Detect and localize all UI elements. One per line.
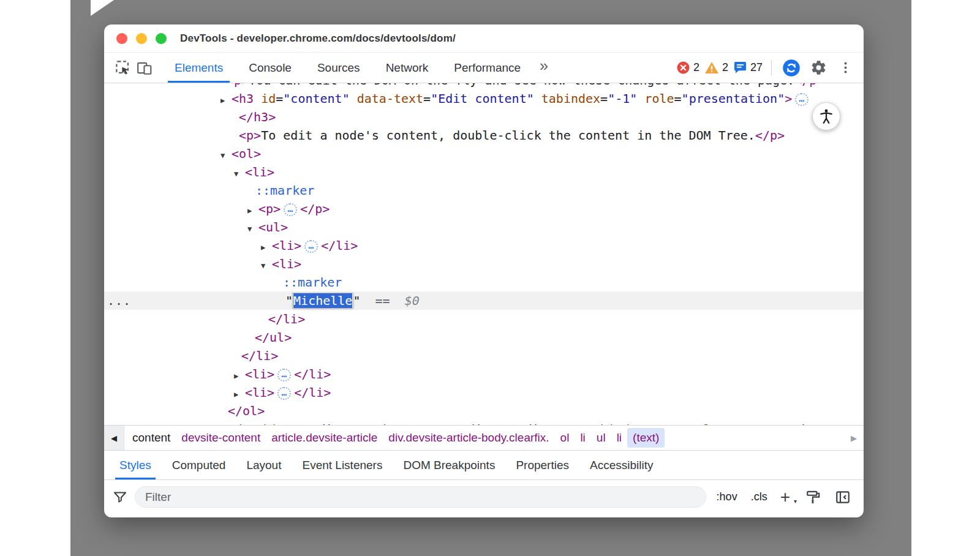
dom-token: id	[261, 91, 276, 106]
panel-tab-elements[interactable]: Elements	[162, 53, 236, 83]
disclosure-down-icon[interactable]: ▼	[234, 165, 245, 183]
warnings-badge[interactable]: 2	[704, 61, 728, 75]
inline-expand-icon[interactable]: …	[795, 93, 809, 106]
inspect-element-button[interactable]	[111, 57, 134, 79]
inline-expand-icon[interactable]: …	[284, 203, 297, 216]
dom-tree-node[interactable]: ::marker	[104, 181, 864, 200]
errors-badge[interactable]: 2	[676, 61, 699, 75]
dom-tree-node[interactable]: ▶<li>…</li>	[104, 365, 864, 383]
dom-token: </ul>	[255, 330, 292, 345]
dom-token: id	[261, 422, 276, 425]
dom-token: =	[718, 422, 726, 425]
issues-badge[interactable]: 27	[733, 61, 763, 75]
dom-token: "	[353, 293, 360, 308]
dom-token: data-text	[379, 422, 445, 425]
toggle-element-state-button[interactable]: :hov	[714, 490, 741, 503]
dom-tree-node[interactable]: </ol>	[104, 402, 864, 420]
menu-button[interactable]	[834, 57, 856, 79]
dom-tree-node[interactable]: </ul>	[104, 328, 864, 347]
warning-icon	[704, 61, 719, 75]
disclosure-right-icon[interactable]: ▶	[247, 201, 258, 220]
dom-tree-node[interactable]: ▼<li>	[104, 255, 864, 273]
dom-tree-node[interactable]: p>You can edit the DOM on the fly and se…	[104, 83, 864, 89]
dom-token: =	[600, 91, 608, 106]
panel-tab-network[interactable]: Network	[373, 53, 442, 83]
toolbar-right-cluster: 2 2 27	[676, 57, 864, 79]
disclosure-right-icon[interactable]: ▶	[234, 385, 245, 404]
inline-expand-icon[interactable]: …	[304, 240, 318, 253]
tab-computed[interactable]: Computed	[162, 451, 236, 479]
dom-token: $0	[405, 293, 420, 308]
disclosure-right-icon[interactable]: ▶	[221, 422, 232, 425]
dom-token[interactable]: Michelle	[293, 293, 352, 308]
disclosure-right-icon[interactable]: ▶	[261, 238, 272, 257]
panel-tab-sources[interactable]: Sources	[304, 53, 373, 83]
dom-tree-node[interactable]: ▶<li>…</li>	[104, 236, 864, 255]
dom-tree-node[interactable]: <p>To edit a node's content, double-clic…	[104, 126, 864, 145]
toggle-sidebar-button[interactable]	[832, 486, 854, 508]
filter-input[interactable]	[135, 486, 706, 508]
dom-tree-node[interactable]: ▼<li>	[104, 163, 864, 181]
breadcrumb-item[interactable]: li	[611, 428, 627, 448]
dom-token: "presentation"	[726, 422, 829, 425]
dom-tree-node[interactable]: ▶<h3 id="attributes" data-text="Edit att…	[104, 420, 864, 425]
dom-token: </li>	[321, 238, 358, 253]
disclosure-down-icon[interactable]: ▼	[247, 220, 258, 238]
tab-accessibility[interactable]: Accessibility	[579, 451, 663, 479]
breadcrumb-item[interactable]: li	[575, 428, 590, 448]
accessibility-overlay-button[interactable]	[812, 102, 840, 130]
disclosure-right-icon[interactable]: ▶	[234, 367, 245, 385]
dom-token	[254, 91, 261, 106]
dom-tree-node[interactable]: ▼<ul>	[104, 218, 864, 236]
tab-event-listeners[interactable]: Event Listeners	[292, 451, 393, 479]
dom-tree-node[interactable]: ::marker	[104, 273, 864, 291]
device-toolbar-button[interactable]	[134, 57, 156, 79]
breadcrumb-item[interactable]: (text)	[627, 428, 665, 448]
breadcrumb-item[interactable]: div.devsite-article-body.clearfix.	[383, 428, 554, 448]
minimize-window-button[interactable]	[136, 33, 147, 44]
rendering-emulations-button[interactable]	[802, 486, 824, 508]
filter-funnel-icon	[113, 490, 127, 505]
row-overflow-ellipsis[interactable]: ...	[107, 291, 131, 310]
inline-edit-box[interactable]: Michelle	[293, 293, 353, 308]
dom-tree-node[interactable]: </h3>	[104, 108, 864, 126]
dom-tree-node[interactable]: ..."Michelle" == $0	[104, 291, 864, 310]
dom-tree-node[interactable]: ▶<p>…</p>	[104, 200, 864, 218]
dom-tree-node[interactable]: ▶<li>…</li>	[104, 383, 864, 402]
disclosure-down-icon[interactable]: ▼	[221, 146, 232, 165]
breadcrumb-item[interactable]: article.devsite-article	[266, 428, 383, 448]
dom-token: =	[423, 91, 431, 106]
new-style-rule-button[interactable]: +	[778, 489, 795, 506]
dom-token: =	[276, 422, 283, 425]
breadcrumb-forward-button[interactable]: ▶	[844, 426, 864, 450]
dom-token: </p>	[300, 201, 330, 216]
dom-tree-node[interactable]: </li>	[104, 347, 864, 365]
close-window-button[interactable]	[116, 33, 127, 44]
styles-filter-bar: :hov .cls +	[104, 480, 864, 517]
tab-dom-breakpoints[interactable]: DOM Breakpoints	[393, 451, 505, 479]
inline-expand-icon[interactable]: …	[277, 369, 291, 381]
breadcrumb-back-button[interactable]: ◀	[104, 426, 124, 450]
tab-properties[interactable]: Properties	[505, 451, 579, 479]
breadcrumb-item[interactable]: content	[127, 428, 176, 448]
devtools-window: DevTools - developer.chrome.com/docs/dev…	[104, 24, 864, 517]
panel-tab-console[interactable]: Console	[236, 53, 304, 83]
dom-tree-node[interactable]: ▼<ol>	[104, 145, 864, 163]
settings-button[interactable]	[807, 57, 829, 79]
tab-styles[interactable]: Styles	[109, 451, 162, 479]
zoom-window-button[interactable]	[156, 33, 167, 44]
inline-expand-icon[interactable]: …	[277, 387, 291, 400]
dom-tree-node[interactable]: ▶<h3 id="content" data-text="Edit conten…	[104, 89, 864, 108]
disclosure-down-icon[interactable]: ▼	[261, 257, 272, 275]
dom-tree-node[interactable]: </li>	[104, 310, 864, 328]
panel-tab-performance[interactable]: Performance	[441, 53, 533, 83]
tab-layout[interactable]: Layout	[236, 451, 292, 479]
disclosure-right-icon[interactable]: ▶	[221, 91, 232, 110]
sync-button[interactable]	[780, 57, 802, 79]
dom-token: "content"	[283, 91, 349, 106]
more-panels-button[interactable]: »	[540, 58, 548, 77]
element-classes-button[interactable]: .cls	[748, 490, 771, 503]
breadcrumb-item[interactable]: ul	[591, 428, 611, 448]
breadcrumb-item[interactable]: devsite-content	[176, 428, 266, 448]
breadcrumb-item[interactable]: ol	[555, 428, 575, 448]
